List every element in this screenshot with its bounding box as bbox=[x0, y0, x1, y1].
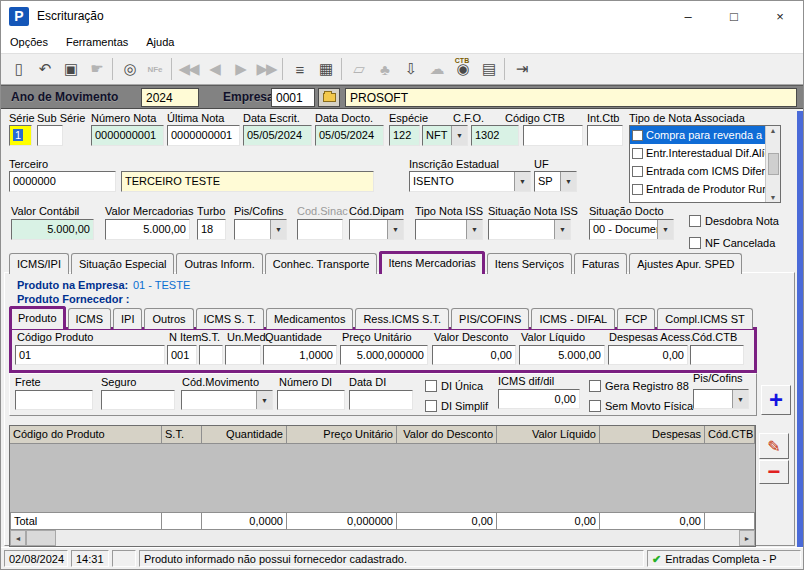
tab-situacao-especial[interactable]: Situação Especial bbox=[71, 253, 174, 274]
tipo-nota-associada-list[interactable]: Compra para revenda a co Entr.Interestad… bbox=[629, 125, 781, 203]
inscricao-estadual-combo[interactable]: ISENTO bbox=[409, 171, 531, 192]
situacao-nota-iss-combo[interactable] bbox=[488, 219, 571, 240]
valor-contabil-field[interactable]: 5.000,00 bbox=[11, 219, 94, 240]
st-field[interactable] bbox=[199, 345, 223, 365]
checkbox-icon[interactable] bbox=[632, 184, 643, 195]
tab-icms-ipi[interactable]: ICMS/IPI bbox=[9, 253, 69, 274]
clear-button[interactable]: ♣ bbox=[371, 56, 397, 82]
terceiro-code-field[interactable]: 0000000 bbox=[9, 171, 116, 192]
next-record-button[interactable]: ▶ bbox=[227, 56, 253, 82]
import-button[interactable]: ⇩ bbox=[397, 56, 423, 82]
checkbox-icon[interactable] bbox=[632, 130, 643, 141]
menu-ajuda[interactable]: Ajuda bbox=[137, 33, 183, 51]
menu-opcoes[interactable]: Opções bbox=[1, 33, 57, 51]
quantidade-field[interactable]: 1,0000 bbox=[263, 345, 337, 365]
confirm-stamp-button[interactable]: ☛ bbox=[83, 56, 109, 82]
cod-movimento-combo[interactable] bbox=[181, 390, 273, 410]
seguro-field[interactable] bbox=[101, 390, 175, 410]
tipo-nota-iss-combo[interactable] bbox=[415, 219, 483, 240]
scroll-thumb[interactable] bbox=[768, 153, 779, 175]
item-pis-cofins-combo[interactable] bbox=[693, 389, 749, 409]
remove-item-button[interactable]: − bbox=[759, 460, 789, 484]
tab-itens-mercadorias[interactable]: Itens Mercadorias bbox=[379, 251, 484, 274]
numero-nota-field[interactable]: 0000000001 bbox=[91, 125, 164, 146]
menu-ferramentas[interactable]: Ferramentas bbox=[57, 33, 137, 51]
int-ctb-field[interactable] bbox=[587, 125, 623, 146]
ledger-button[interactable]: ▤ bbox=[475, 56, 501, 82]
minimize-button[interactable]: – bbox=[665, 1, 711, 31]
sem-movto-fisica-checkbox[interactable]: Sem Movto Física bbox=[589, 400, 693, 412]
pis-cofins-combo[interactable] bbox=[234, 219, 287, 240]
n-item-field[interactable]: 001 bbox=[167, 345, 197, 365]
ultima-nota-field[interactable]: 0000000001 bbox=[167, 125, 240, 146]
chevron-down-icon[interactable] bbox=[732, 390, 748, 408]
tree-view-button[interactable]: ≡ bbox=[286, 56, 312, 82]
un-med-field[interactable] bbox=[225, 345, 261, 365]
item-cod-ctb-field[interactable] bbox=[690, 345, 744, 365]
preco-unitario-field[interactable]: 5.000,000000 bbox=[340, 345, 428, 365]
nf-cancelada-checkbox[interactable]: NF Cancelada bbox=[689, 237, 775, 249]
chevron-down-icon[interactable] bbox=[387, 220, 403, 239]
di-simplif-checkbox[interactable]: DI Simplif bbox=[425, 400, 488, 412]
subtab-compl-icms-st[interactable]: Compl.ICMS ST bbox=[657, 308, 752, 329]
items-grid[interactable]: Código do Produto S.T. Quantidade Preço … bbox=[9, 425, 756, 547]
cloud-button[interactable]: ☁ bbox=[423, 56, 449, 82]
chevron-down-icon[interactable] bbox=[560, 172, 576, 191]
valor-liquido-field[interactable]: 5.000,00 bbox=[519, 345, 605, 365]
empresa-code-field[interactable]: 0001 bbox=[271, 88, 315, 107]
grid-hscrollbar[interactable]: ◄ ► bbox=[10, 530, 755, 546]
subtab-pis-cofins[interactable]: PIS/COFINS bbox=[451, 308, 529, 329]
despesas-acess-field[interactable]: 0,00 bbox=[608, 345, 688, 365]
subtab-ipi[interactable]: IPI bbox=[113, 308, 142, 329]
chevron-down-icon[interactable] bbox=[554, 220, 570, 239]
first-record-button[interactable]: ◀◀ bbox=[175, 56, 201, 82]
desdobra-nota-checkbox[interactable]: Desdobra Nota bbox=[689, 215, 779, 227]
tab-faturas[interactable]: Faturas bbox=[574, 253, 627, 274]
chevron-down-icon[interactable] bbox=[657, 220, 673, 239]
cod-sinac-field[interactable] bbox=[297, 219, 343, 240]
valor-desconto-field[interactable]: 0,00 bbox=[432, 345, 516, 365]
subtab-produto[interactable]: Produto bbox=[9, 306, 66, 329]
subtab-icms-st[interactable]: ICMS S. T. bbox=[196, 308, 264, 329]
frete-field[interactable] bbox=[15, 390, 93, 410]
tab-ajustes-apur-sped[interactable]: Ajustes Apur. SPED bbox=[629, 253, 742, 274]
previous-record-button[interactable]: ◀ bbox=[201, 56, 227, 82]
grid-body[interactable] bbox=[10, 444, 755, 512]
scroll-left-icon[interactable]: ◄ bbox=[10, 530, 26, 546]
ano-movimento-field[interactable]: 2024 bbox=[141, 88, 199, 107]
icms-difdil-field[interactable]: 0,00 bbox=[498, 389, 580, 409]
add-item-button[interactable]: + bbox=[761, 385, 791, 415]
checkbox-icon[interactable] bbox=[632, 166, 643, 177]
chevron-down-icon[interactable] bbox=[451, 126, 467, 145]
cfo-field[interactable]: 1302 bbox=[471, 125, 519, 146]
di-unica-checkbox[interactable]: DI Única bbox=[425, 380, 483, 392]
edit-item-button[interactable]: ✎ bbox=[759, 433, 789, 459]
codigo-produto-field[interactable]: 01 bbox=[15, 345, 165, 365]
scroll-up-icon[interactable]: ▲ bbox=[770, 127, 777, 134]
scroll-right-icon[interactable]: ► bbox=[739, 530, 755, 546]
maximize-button[interactable]: □ bbox=[711, 1, 757, 31]
calc-sheet-button[interactable]: ▦ bbox=[312, 56, 338, 82]
list-item[interactable]: Entrada de Produtor Rural bbox=[630, 180, 765, 198]
tab-conhec-transporte[interactable]: Conhec. Transporte bbox=[265, 253, 378, 274]
save-button[interactable]: ▣ bbox=[57, 56, 83, 82]
scroll-thumb[interactable] bbox=[26, 530, 56, 546]
codigo-ctb-field[interactable] bbox=[523, 125, 583, 146]
last-record-button[interactable]: ▶▶ bbox=[253, 56, 279, 82]
new-note-button[interactable]: ▯ bbox=[5, 56, 31, 82]
data-escrit-field[interactable]: 05/05/2024 bbox=[243, 125, 312, 146]
nfe-button[interactable]: NFe bbox=[142, 56, 168, 82]
subtab-medicamentos[interactable]: Medicamentos bbox=[266, 308, 354, 329]
tab-outras-inform[interactable]: Outras Inform. bbox=[176, 253, 262, 274]
close-button[interactable]: × bbox=[757, 1, 803, 31]
situacao-docto-combo[interactable]: 00 - Documen bbox=[589, 219, 674, 240]
chevron-down-icon[interactable] bbox=[466, 220, 482, 239]
cod-dipam-combo[interactable] bbox=[349, 219, 404, 240]
chevron-down-icon[interactable] bbox=[270, 220, 286, 239]
uf-combo[interactable]: SP bbox=[534, 171, 577, 192]
open-company-button[interactable] bbox=[318, 88, 340, 107]
subtab-icms[interactable]: ICMS bbox=[68, 308, 112, 329]
list-item[interactable]: Entrada com ICMS Diferido bbox=[630, 162, 765, 180]
ctb-button[interactable]: CTB◉ bbox=[449, 56, 475, 82]
exit-button[interactable]: ⇥ bbox=[508, 56, 534, 82]
